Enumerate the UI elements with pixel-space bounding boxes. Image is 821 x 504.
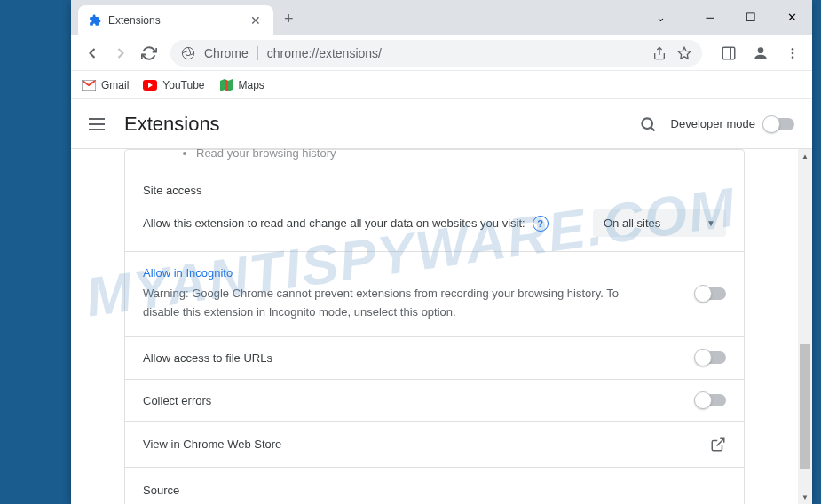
menu-dots-icon[interactable] — [780, 41, 805, 66]
site-access-section: Site access Allow this extension to read… — [125, 169, 744, 252]
file-urls-label: Allow access to file URLs — [143, 351, 272, 365]
file-urls-toggle[interactable] — [696, 351, 726, 364]
chrome-icon — [181, 46, 195, 60]
share-icon[interactable] — [652, 46, 667, 60]
hamburger-menu-icon[interactable] — [89, 114, 110, 135]
svg-point-8 — [792, 56, 794, 59]
svg-point-0 — [182, 47, 193, 59]
svg-rect-3 — [722, 47, 735, 59]
bookmark-youtube[interactable]: YouTube — [143, 78, 204, 92]
omnibox-actions — [652, 46, 691, 60]
file-urls-section: Allow access to file URLs — [125, 337, 744, 380]
svg-line-15 — [651, 127, 654, 130]
source-label: Source — [143, 484, 179, 497]
content-wrapper: Read your browsing history Site access A… — [71, 149, 812, 504]
site-access-text: Allow this extension to read and change … — [143, 217, 525, 230]
open-external-icon — [710, 437, 726, 453]
incognito-warning: Warning: Google Chrome cannot prevent ex… — [143, 285, 696, 322]
svg-marker-13 — [225, 79, 228, 91]
collect-errors-section: Collect errors — [125, 380, 744, 422]
scrollbar[interactable]: ▲ ▼ — [798, 149, 812, 504]
developer-mode-label: Developer mode — [671, 117, 755, 130]
bookmark-label: Maps — [239, 79, 264, 91]
chevron-down-icon: ▼ — [707, 218, 715, 228]
bookmark-maps[interactable]: Maps — [219, 78, 264, 92]
bookmark-label: YouTube — [162, 79, 204, 91]
extension-icon — [89, 14, 101, 27]
omnibox-url: chrome://extensions/ — [267, 46, 652, 60]
close-window-button[interactable]: ✕ — [771, 11, 812, 24]
reload-button[interactable] — [135, 39, 163, 67]
bookmark-star-icon[interactable] — [677, 46, 691, 60]
dropdown-value: On all sites — [604, 217, 660, 230]
scroll-down-arrow[interactable]: ▼ — [798, 490, 812, 504]
site-access-dropdown[interactable]: On all sites ▼ — [593, 209, 726, 237]
bookmark-label: Gmail — [101, 79, 129, 91]
webstore-label: View in Chrome Web Store — [143, 437, 281, 451]
webstore-section[interactable]: View in Chrome Web Store — [125, 422, 744, 468]
incognito-title: Allow in Incognito — [143, 266, 696, 280]
extensions-header: Extensions Developer mode — [71, 99, 812, 149]
browser-tab[interactable]: Extensions ✕ — [78, 5, 273, 35]
permissions-section: Read your browsing history — [125, 150, 744, 169]
minimize-button[interactable]: ─ — [690, 11, 730, 24]
scroll-up-arrow[interactable]: ▲ — [798, 149, 812, 163]
youtube-icon — [143, 78, 157, 92]
maximize-button[interactable]: ☐ — [730, 11, 771, 24]
tab-close-button[interactable]: ✕ — [249, 12, 263, 29]
tab-title: Extensions — [108, 14, 249, 27]
site-access-heading: Site access — [143, 184, 726, 197]
incognito-toggle[interactable] — [696, 287, 726, 300]
collect-errors-label: Collect errors — [143, 394, 211, 407]
incognito-section: Allow in Incognito Warning: Google Chrom… — [125, 252, 744, 337]
developer-mode: Developer mode — [671, 117, 794, 130]
chrome-window: Extensions ✕ + ⌄ ─ ☐ ✕ Chrome chrome://e… — [71, 0, 812, 504]
gmail-icon — [82, 78, 96, 92]
back-button[interactable] — [78, 39, 107, 67]
svg-point-6 — [792, 48, 794, 51]
toolbar-right — [716, 41, 805, 66]
page-title: Extensions — [124, 113, 220, 136]
svg-point-5 — [758, 47, 764, 53]
side-panel-icon[interactable] — [716, 41, 741, 66]
developer-mode-toggle[interactable] — [764, 118, 794, 130]
extension-detail-card: Read your browsing history Site access A… — [124, 149, 745, 504]
addressbar-row: Chrome chrome://extensions/ — [71, 35, 812, 71]
titlebar: Extensions ✕ + ⌄ ─ ☐ ✕ — [71, 0, 812, 35]
svg-point-7 — [792, 51, 794, 54]
permission-item: Read your browsing history — [196, 149, 726, 160]
new-tab-button[interactable]: + — [284, 10, 294, 28]
search-button[interactable] — [639, 115, 657, 133]
tabs-dropdown-icon[interactable]: ⌄ — [640, 11, 681, 24]
svg-marker-2 — [678, 47, 690, 59]
omnibox-prefix: Chrome — [204, 46, 258, 60]
profile-icon[interactable] — [748, 41, 773, 66]
svg-point-1 — [186, 51, 190, 55]
window-controls: ⌄ ─ ☐ ✕ — [640, 4, 812, 30]
svg-point-14 — [642, 118, 652, 129]
content-scroll[interactable]: Read your browsing history Site access A… — [71, 149, 798, 504]
maps-icon — [219, 78, 233, 92]
help-icon[interactable]: ? — [533, 216, 549, 232]
omnibox[interactable]: Chrome chrome://extensions/ — [170, 40, 702, 67]
collect-errors-toggle[interactable] — [696, 394, 726, 406]
bookmarks-bar: Gmail YouTube Maps — [71, 71, 812, 99]
source-section: Source — [125, 468, 744, 504]
scroll-thumb[interactable] — [800, 344, 810, 469]
bookmark-gmail[interactable]: Gmail — [82, 78, 129, 92]
forward-button[interactable] — [107, 39, 135, 67]
